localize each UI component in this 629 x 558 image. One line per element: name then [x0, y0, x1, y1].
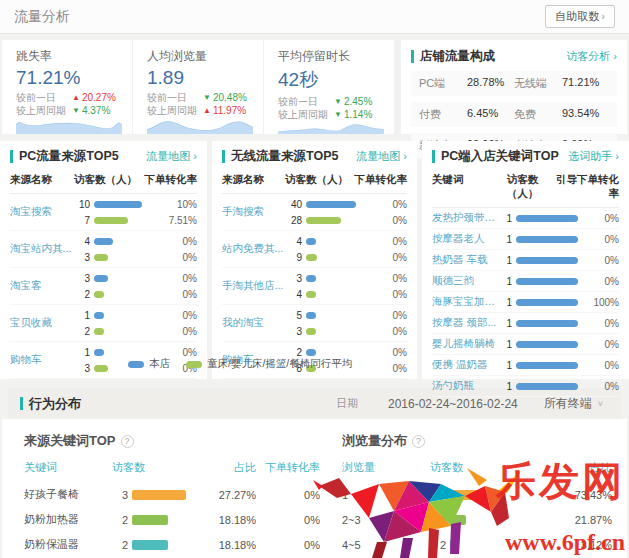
visitor-count: 2	[72, 289, 90, 300]
conversion-rate: 0%	[183, 310, 197, 321]
sources-row: PC流量来源TOP5 流量地图 › 来源名称访客数（人）下单转化率 淘宝搜索10…	[0, 141, 629, 379]
keyword-name[interactable]: 按摩器 颈部...	[432, 316, 498, 330]
visitor-count: 2	[284, 347, 302, 358]
keyword-name: 奶粉保温器	[24, 537, 112, 552]
help-icon[interactable]: ?	[412, 435, 425, 448]
share-percent: 27.27%	[194, 489, 256, 501]
shop-bar	[306, 238, 316, 245]
visitor-count: 10	[72, 199, 90, 210]
compare-value: 20.27%	[82, 91, 116, 104]
source-name[interactable]: 宝贝收藏	[10, 316, 72, 330]
visitor-count: 7	[72, 215, 90, 226]
visitor-analysis-link[interactable]: 访客分析 ›	[566, 49, 617, 64]
composition-label: 无线端	[514, 76, 562, 91]
visitor-count: 2	[72, 326, 90, 337]
traffic-map-link[interactable]: 流量地图 ›	[146, 149, 197, 164]
source-row: 我的淘宝50%30%	[222, 305, 407, 342]
sparkline-chart	[16, 117, 122, 134]
traffic-map-link[interactable]: 流量地图 ›	[356, 149, 407, 164]
keyword-name[interactable]: 汤勺奶瓶	[432, 379, 498, 393]
keyword-name[interactable]: 按摩器老人	[432, 232, 498, 246]
composition-cell: 付费6.45%	[419, 107, 514, 122]
conversion-rate: 10%	[177, 199, 197, 210]
peer-legend-swatch	[186, 361, 202, 368]
bar-line: 20%	[72, 323, 197, 339]
source-name[interactable]: 站内免费其...	[222, 242, 284, 256]
accent-bar	[222, 150, 225, 163]
metric-compare-row: 较前一日▼2.45%	[278, 95, 384, 108]
keyword-bar	[516, 362, 578, 369]
pc-sources-title: PC流量来源TOP5	[19, 148, 119, 165]
behavior-tables: 来源关键词TOP ? 关键词 访客数 占比 下单转化率 好孩子餐椅327.27%…	[2, 419, 627, 558]
bar-line: 30%	[284, 323, 407, 339]
terminal-select[interactable]: 所有终端 ˅	[544, 395, 603, 412]
source-name[interactable]: 我的淘宝	[222, 316, 284, 330]
peer-bar	[94, 217, 128, 224]
bar-line: 77.51%	[72, 212, 197, 228]
traffic-analysis-page: 流量分析 自助取数› 跳失率71.21%较前一日▲20.27%较上周同期▼4.3…	[0, 0, 629, 558]
conversion-rate: 0%	[183, 252, 197, 263]
visitor-count: 1	[498, 381, 512, 392]
source-name[interactable]: 购物车	[10, 353, 72, 367]
source-row: 站内免费其...40%90%	[222, 231, 407, 268]
keyword-row: 按摩器 颈部...10%	[432, 313, 619, 334]
keyword-name[interactable]: 热奶器 车载	[432, 253, 498, 267]
visitor-count: 1	[498, 339, 512, 350]
compare-label: 较前一日	[16, 91, 72, 104]
source-row: 手淘其他店...30%40%	[222, 268, 407, 305]
composition-value: 93.54%	[562, 107, 599, 122]
date-range-picker[interactable]: 2016-02-24~2016-02-24	[388, 397, 518, 411]
source-name[interactable]: 淘宝客	[10, 279, 72, 293]
visitor-bar	[450, 490, 504, 500]
visitor-count: 1	[498, 297, 512, 308]
help-icon[interactable]: ?	[121, 435, 134, 448]
chevron-right-icon: ›	[601, 10, 605, 22]
source-name[interactable]: 淘宝搜索	[10, 205, 72, 219]
conversion-rate: 0%	[183, 289, 197, 300]
metric-label: 跳失率	[16, 48, 122, 65]
peer-bar	[306, 217, 341, 224]
guided-conversion-rate: 0%	[605, 276, 619, 287]
visitor-bar	[132, 515, 168, 525]
keyword-row: 婴儿摇椅躺椅10%	[432, 334, 619, 355]
visitor-count: 2	[112, 539, 128, 551]
pageview-header: 浏览量 访客数 占比	[342, 450, 612, 482]
keyword-name[interactable]: 婴儿摇椅躺椅	[432, 337, 498, 351]
visitor-count: 1	[498, 255, 512, 266]
peer-bar	[94, 365, 108, 372]
source-bars: 400%280%	[284, 196, 407, 228]
composition-cell: 无线端71.21%	[514, 76, 609, 91]
keyword-row: 发热护颈带电...10%	[432, 208, 619, 229]
shop-bar	[94, 238, 113, 245]
bar-line: 30%	[72, 249, 197, 265]
self-service-data-button[interactable]: 自助取数›	[545, 5, 615, 28]
source-name[interactable]: 手淘搜索	[222, 205, 284, 219]
conversion-rate: 0%	[393, 199, 407, 210]
page-title: 流量分析	[14, 8, 70, 26]
metric-label: 人均浏览量	[147, 48, 253, 65]
keyword-row: 海豚宝宝加大...1100%	[432, 292, 619, 313]
keyword-name[interactable]: 便携 温奶器	[432, 358, 498, 372]
shop-bar	[306, 201, 356, 208]
keyword-bar	[516, 257, 578, 264]
visitor-count: 3	[284, 273, 302, 284]
source-keywords-header: 关键词 访客数 占比 下单转化率	[24, 450, 320, 482]
bar-line: 10%	[72, 307, 197, 323]
table-row: 好孩子餐椅327.27%0%	[24, 482, 320, 507]
source-name[interactable]: 手淘其他店...	[222, 279, 284, 293]
keyword-name[interactable]: 顺德三韵	[432, 274, 498, 288]
source-name[interactable]: 淘宝站内其...	[10, 242, 72, 256]
pageview-distribution-title: 浏览量分布	[342, 432, 407, 450]
source-row: 宝贝收藏10%20%	[10, 305, 197, 342]
word-helper-link[interactable]: 选词助手 ›	[568, 149, 619, 164]
visitor-count: 1	[72, 347, 90, 358]
keyword-name[interactable]: 海豚宝宝加大...	[432, 295, 498, 309]
overview-row: 跳失率71.21%较前一日▲20.27%较上周同期▼4.37%人均浏览量1.89…	[0, 34, 629, 134]
source-row: 淘宝客30%20%	[10, 268, 197, 305]
keyword-name[interactable]: 发热护颈带电...	[432, 211, 498, 225]
source-bars: 1010%77.51%	[72, 196, 197, 228]
keyword-bar	[516, 320, 578, 327]
page-header: 流量分析 自助取数›	[0, 0, 629, 34]
arrow-down-icon: ▼	[203, 91, 211, 104]
pc-sources-panel: PC流量来源TOP5 流量地图 › 来源名称访客数（人）下单转化率 淘宝搜索10…	[0, 141, 207, 379]
